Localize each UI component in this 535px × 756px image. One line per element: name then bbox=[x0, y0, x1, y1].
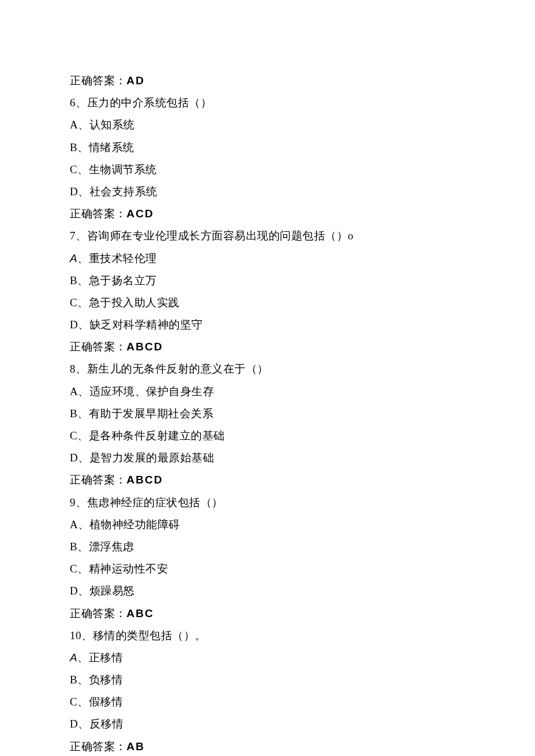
question-stem: 7、咨询师在专业伦理成长方面容易出现的问题包括（）o bbox=[70, 225, 465, 247]
answer-value: ABCD bbox=[127, 474, 163, 486]
question-stem: 10、移情的类型包括（）。 bbox=[70, 625, 465, 647]
option-a: A、适应环境、保护自身生存 bbox=[70, 381, 465, 403]
option-c: C、生物调节系统 bbox=[70, 159, 465, 181]
option-a: A、正移情 bbox=[70, 647, 465, 669]
answer-label: 正确答案： bbox=[70, 341, 127, 353]
option-d: D、是智力发展的最原始基础 bbox=[70, 447, 465, 469]
option-letter: A bbox=[70, 252, 77, 264]
option-b: B、急于扬名立万 bbox=[70, 270, 465, 292]
option-b: B、情绪系统 bbox=[70, 137, 465, 159]
option-a: A、认知系统 bbox=[70, 114, 465, 136]
option-b: B、负移情 bbox=[70, 669, 465, 691]
option-d: D、反移情 bbox=[70, 713, 465, 735]
answer-line: 正确答案：AD bbox=[70, 70, 465, 92]
option-c: C、精神运动性不安 bbox=[70, 558, 465, 580]
answer-line: 正确答案：ABCD bbox=[70, 469, 465, 491]
option-c: C、假移情 bbox=[70, 691, 465, 713]
option-text: 、重技术轻伦理 bbox=[77, 252, 157, 264]
option-a: A、重技术轻伦理 bbox=[70, 248, 465, 270]
option-letter: A bbox=[70, 651, 77, 664]
option-c: C、急于投入助人实践 bbox=[70, 292, 465, 314]
answer-line: 正确答案：ABCD bbox=[70, 336, 465, 358]
answer-line: 正确答案：ABC bbox=[70, 603, 465, 625]
option-b: B、漂浮焦虑 bbox=[70, 536, 465, 558]
option-b: B、有助于发展早期社会关系 bbox=[70, 403, 465, 425]
answer-value: ABCD bbox=[127, 341, 163, 353]
answer-value: AB bbox=[127, 740, 145, 753]
answer-label: 正确答案： bbox=[70, 74, 127, 87]
answer-line: 正确答案：ACD bbox=[70, 203, 465, 225]
answer-value: ACD bbox=[127, 207, 154, 220]
question-stem: 8、新生儿的无条件反射的意义在于（） bbox=[70, 358, 465, 380]
question-stem: 9、焦虑神经症的症状包括（） bbox=[70, 492, 465, 514]
option-c: C、是各种条件反射建立的基础 bbox=[70, 425, 465, 447]
answer-label: 正确答案： bbox=[70, 607, 127, 619]
answer-label: 正确答案： bbox=[70, 207, 127, 220]
answer-label: 正确答案： bbox=[70, 740, 127, 753]
option-d: D、烦躁易怒 bbox=[70, 580, 465, 602]
answer-value: ABC bbox=[127, 607, 154, 619]
option-a: A、植物神经功能障碍 bbox=[70, 514, 465, 536]
question-stem: 6、压力的中介系统包括（） bbox=[70, 92, 465, 114]
option-d: D、缺乏对科学精神的坚守 bbox=[70, 314, 465, 336]
answer-label: 正确答案： bbox=[70, 474, 127, 486]
document-page: 正确答案：AD 6、压力的中介系统包括（） A、认知系统 B、情绪系统 C、生物… bbox=[0, 0, 535, 756]
option-text: 、正移情 bbox=[77, 651, 123, 664]
answer-value: AD bbox=[127, 74, 145, 87]
option-d: D、社会支持系统 bbox=[70, 181, 465, 203]
answer-line: 正确答案：AB bbox=[70, 736, 465, 756]
